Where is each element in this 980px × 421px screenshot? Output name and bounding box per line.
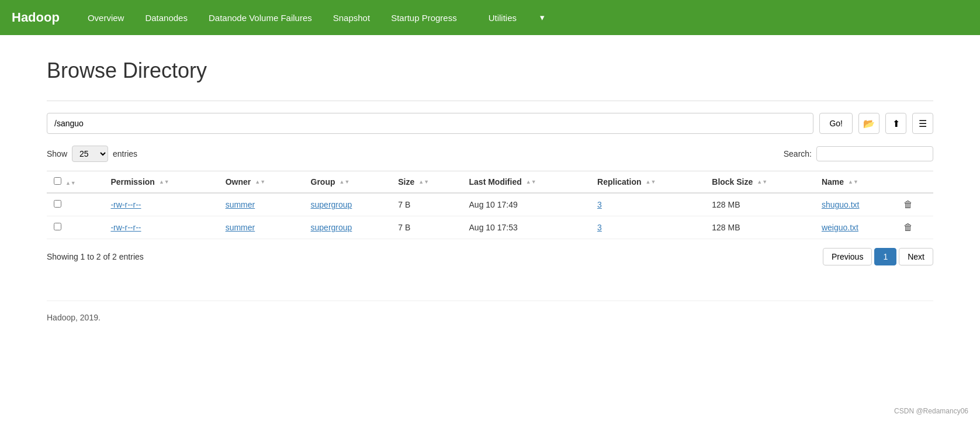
row1-name: shuguo.txt — [815, 193, 896, 216]
showing-text: Showing 1 to 2 of 2 entries — [47, 252, 144, 261]
entries-label: entries — [113, 149, 137, 158]
col-replication[interactable]: Replication ▲▼ — [590, 171, 705, 194]
footer: Hadoop, 2019. — [47, 301, 933, 322]
nav-link-overview[interactable]: Overview — [77, 7, 135, 29]
sort-icon-permission: ▲▼ — [159, 180, 169, 185]
navbar-brand[interactable]: Hadoop — [12, 10, 60, 25]
row2-owner-link[interactable]: summer — [226, 223, 255, 232]
col-last-modified-label: Last Modified — [469, 177, 522, 187]
row2-permission-link[interactable]: -rw-r--r-- — [110, 223, 141, 232]
pagination: Previous 1 Next — [823, 248, 933, 265]
nav-item-utilities[interactable]: Utilities ▾ — [468, 1, 566, 34]
row1-replication: 3 — [590, 193, 705, 216]
col-size[interactable]: Size ▲▼ — [391, 171, 462, 194]
chevron-down-icon: ▾ — [529, 6, 555, 29]
row2-permission: -rw-r--r-- — [103, 216, 218, 239]
next-button[interactable]: Next — [899, 248, 933, 265]
page-1-button[interactable]: 1 — [874, 248, 896, 265]
col-group[interactable]: Group ▲▼ — [304, 171, 392, 194]
list-icon: ☰ — [919, 118, 927, 129]
entries-select[interactable]: 10 25 50 100 — [72, 146, 108, 162]
col-owner[interactable]: Owner ▲▼ — [219, 171, 304, 194]
navbar-nav: Overview Datanodes Datanode Volume Failu… — [77, 1, 566, 34]
row1-delete-icon[interactable]: 🗑 — [903, 199, 913, 209]
sort-icon-owner: ▲▼ — [255, 180, 265, 185]
search-input[interactable] — [816, 146, 933, 161]
row1-delete-cell: 🗑 — [896, 193, 933, 216]
row1-owner-link[interactable]: summer — [226, 200, 255, 209]
path-input[interactable] — [47, 113, 813, 134]
row2-group-link[interactable]: supergroup — [311, 223, 352, 232]
nav-item-startup-progress[interactable]: Startup Progress — [380, 7, 468, 29]
col-group-label: Group — [311, 177, 335, 187]
table-row: -rw-r--r-- summer supergroup 7 B Aug 10 … — [47, 216, 933, 239]
main-content: Browse Directory Go! 📂 ⬆ ☰ Show 10 25 50… — [0, 35, 980, 346]
nav-item-snapshot[interactable]: Snapshot — [323, 7, 380, 29]
row2-last-modified: Aug 10 17:53 — [462, 216, 591, 239]
row2-name-link[interactable]: weiguo.txt — [822, 223, 858, 232]
row1-checkbox[interactable] — [54, 200, 61, 208]
list-icon-button[interactable]: ☰ — [912, 113, 933, 134]
row2-delete-cell: 🗑 — [896, 216, 933, 239]
row1-group-link[interactable]: supergroup — [311, 200, 352, 209]
col-last-modified[interactable]: Last Modified ▲▼ — [462, 171, 591, 194]
sort-icon-group: ▲▼ — [340, 180, 350, 185]
row1-name-link[interactable]: shuguo.txt — [822, 200, 860, 209]
col-name[interactable]: Name ▲▼ — [815, 171, 896, 194]
row2-group: supergroup — [304, 216, 392, 239]
go-button[interactable]: Go! — [819, 113, 853, 134]
previous-button[interactable]: Previous — [823, 248, 872, 265]
nav-link-startup-progress[interactable]: Startup Progress — [380, 7, 468, 29]
row1-replication-link[interactable]: 3 — [597, 200, 602, 209]
show-entries: Show 10 25 50 100 entries — [47, 146, 137, 162]
row1-permission-link[interactable]: -rw-r--r-- — [110, 200, 141, 209]
nav-link-utilities[interactable]: Utilities ▾ — [468, 1, 566, 34]
row2-delete-icon[interactable]: 🗑 — [903, 222, 913, 232]
show-label: Show — [47, 149, 67, 158]
nav-link-snapshot[interactable]: Snapshot — [323, 7, 380, 29]
col-replication-label: Replication — [597, 177, 641, 187]
nav-item-datanodes[interactable]: Datanodes — [134, 7, 198, 29]
nav-item-overview[interactable]: Overview — [77, 7, 135, 29]
nav-link-datanode-volume-failures[interactable]: Datanode Volume Failures — [198, 7, 323, 29]
search-bar: Search: — [784, 146, 933, 161]
select-all-checkbox[interactable] — [54, 177, 61, 185]
sort-icon-last-modified: ▲▼ — [526, 180, 536, 185]
row2-checkbox-cell — [47, 216, 103, 239]
row2-checkbox[interactable] — [54, 223, 61, 230]
table-controls: Show 10 25 50 100 entries Search: — [47, 146, 933, 162]
upload-icon: ⬆ — [892, 118, 900, 129]
col-permission[interactable]: Permission ▲▼ — [103, 171, 218, 194]
folder-icon-button[interactable]: 📂 — [858, 113, 879, 134]
table-head: ▲▼ Permission ▲▼ Owner ▲▼ Group — [47, 171, 933, 194]
col-owner-label: Owner — [226, 177, 251, 187]
sort-icon-name: ▲▼ — [848, 180, 858, 185]
col-actions — [896, 171, 933, 194]
row1-permission: -rw-r--r-- — [103, 193, 218, 216]
navbar: Hadoop Overview Datanodes Datanode Volum… — [0, 0, 980, 35]
row1-last-modified: Aug 10 17:49 — [462, 193, 591, 216]
col-permission-label: Permission — [110, 177, 154, 187]
nav-item-datanode-volume-failures[interactable]: Datanode Volume Failures — [198, 7, 323, 29]
row1-block-size: 128 MB — [705, 193, 815, 216]
sort-icon-block-size: ▲▼ — [757, 180, 767, 185]
folder-icon: 📂 — [863, 118, 875, 129]
sort-icon-checkbox[interactable]: ▲▼ — [65, 181, 76, 186]
nav-link-datanodes[interactable]: Datanodes — [134, 7, 198, 29]
sort-icon-size: ▲▼ — [418, 180, 429, 185]
row1-owner: summer — [219, 193, 304, 216]
row2-block-size: 128 MB — [705, 216, 815, 239]
upload-icon-button[interactable]: ⬆ — [885, 113, 906, 134]
row2-size: 7 B — [391, 216, 462, 239]
search-label: Search: — [784, 149, 812, 158]
divider — [47, 101, 933, 101]
data-table: ▲▼ Permission ▲▼ Owner ▲▼ Group — [47, 171, 933, 239]
row1-checkbox-cell — [47, 193, 103, 216]
col-name-label: Name — [822, 177, 844, 187]
sort-icon-replication: ▲▼ — [646, 180, 656, 185]
footer-text: Hadoop, 2019. — [47, 313, 101, 322]
row2-replication-link[interactable]: 3 — [597, 223, 602, 232]
row2-name: weiguo.txt — [815, 216, 896, 239]
col-block-size[interactable]: Block Size ▲▼ — [705, 171, 815, 194]
table-row: -rw-r--r-- summer supergroup 7 B Aug 10 … — [47, 193, 933, 216]
